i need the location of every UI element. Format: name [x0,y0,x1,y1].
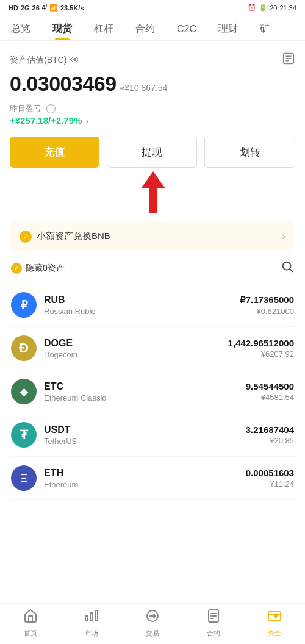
bottom-nav-assets-label: 资金 [268,629,281,638]
btc-value: 0.03003469 [10,72,117,96]
bottom-nav-market[interactable]: 市场 [61,604,122,644]
recharge-button[interactable]: 充值 [10,137,99,168]
usdt-coin-info: USDT TetherUS [44,424,246,446]
time-display: 21:34 [279,4,296,12]
rub-amount: ₽7.17365000 [240,295,294,306]
bottom-nav-home[interactable]: 首页 [0,604,61,644]
alarm-icon: ⏰ [248,4,256,12]
pnl-row: 昨日盈亏 i [10,103,295,114]
speed-indicator: 23.5K/s [60,4,84,12]
bottom-nav-trade[interactable]: 交易 [122,604,183,644]
rub-symbol: RUB [44,295,240,306]
svg-rect-8 [90,613,93,621]
eye-icon[interactable]: 👁 [70,55,80,66]
tab-finance[interactable]: 理财 [207,18,249,40]
etc-name: Ethereum Classic [44,393,246,402]
tab-contract[interactable]: 合约 [124,18,166,40]
bnb-banner-arrow: › [282,230,285,243]
doge-name: Dogecoin [44,350,228,359]
assets-icon [267,609,282,627]
hd-indicator: HD [9,4,18,12]
tab-leverage[interactable]: 杠杆 [83,18,124,40]
bottom-nav-market-label: 市场 [85,629,98,638]
svg-line-6 [290,269,292,271]
trade-icon [145,609,160,627]
bottom-nav-home-label: 首页 [24,629,37,638]
market-icon [84,609,99,627]
home-icon [23,609,38,627]
assets-list-header: ✓ 隐藏0资产 [10,260,295,276]
bottom-nav-contract[interactable]: 合约 [183,604,244,644]
doge-coin-icon: Ð [11,335,37,361]
asset-item-etc[interactable]: ◆ ETC Ethereum Classic 9.54544500 ¥4581.… [10,370,295,413]
bnb-check-icon: ✓ [20,231,32,243]
info-icon[interactable]: i [46,104,56,113]
tab-c2c[interactable]: C2C [166,19,207,40]
asset-item-usdt[interactable]: ₮ USDT TetherUS 3.21687404 ¥20.85 [10,413,295,457]
contract-icon [206,609,221,627]
svg-marker-4 [141,171,165,213]
nav-tabs: 总览 现货 杠杆 合约 C2C 理财 矿 [0,15,305,41]
hide-zero-label: 隐藏0资产 [26,263,65,274]
doge-cny: ¥6207.92 [228,349,294,359]
doge-values: 1,442.96512000 ¥6207.92 [228,338,294,359]
main-content: 资产估值(BTC) 👁 0.03003469 ≈¥10,867.54 昨日盈亏 … [0,41,305,549]
usdt-values: 3.21687404 ¥20.85 [246,424,294,445]
bottom-nav-contract-label: 合约 [207,629,220,638]
signal-strength: 26 [32,4,40,12]
etc-amount: 9.54544500 [246,381,294,392]
etc-values: 9.54544500 ¥4581.54 [246,381,294,402]
bnb-banner[interactable]: ✓ 小额资产兑换BNB › [10,221,295,251]
asset-label-text: 资产估值(BTC) [10,55,66,66]
eth-coin-icon: Ξ [11,465,37,491]
eth-name: Ethereum [44,480,246,489]
btc-value-row: 0.03003469 ≈¥10,867.54 [10,72,295,97]
status-right: ⏰ 🔋 20 21:34 [248,4,296,12]
asset-item-rub[interactable]: ₽ RUB Russian Ruble ₽7.17365000 ¥0.62100… [10,284,295,327]
eth-values: 0.00051603 ¥11.24 [246,468,294,488]
doge-symbol: DOGE [44,338,228,349]
transfer-button[interactable]: 划转 [204,137,295,168]
svg-rect-7 [85,616,88,621]
cny-approx: ≈¥10,867.54 [120,83,168,93]
etc-coin-icon: ◆ [11,379,37,404]
asset-item-eth[interactable]: Ξ ETH Ethereum 0.00051603 ¥11.24 [10,457,295,500]
rub-coin-info: RUB Russian Ruble [44,295,240,316]
etc-symbol: ETC [44,381,246,392]
pnl-value: +¥257.18/+2.79% [10,115,82,126]
hide-zero-check-icon: ✓ [11,263,22,274]
tab-spot[interactable]: 现货 [41,18,83,40]
pnl-arrow: › [85,116,88,126]
status-left: HD 2G 26 4ˡ 📶 23.5K/s [9,4,84,12]
battery-icon: 🔋 [259,4,267,12]
wifi-icon: 📶 [49,4,58,12]
signal-2g: 2G [21,4,30,12]
usdt-amount: 3.21687404 [246,424,294,435]
bottom-nav-trade-label: 交易 [146,629,159,638]
bnb-banner-text: 小额资产兑换BNB [37,231,110,242]
eth-amount: 0.00051603 [246,468,294,478]
signal-4g: 4ˡ [42,4,47,12]
receipt-icon[interactable] [282,52,295,68]
usdt-name: TetherUS [44,437,246,446]
usdt-symbol: USDT [44,424,246,435]
withdraw-button[interactable]: 提现 [107,137,198,168]
asset-item-doge[interactable]: Ð DOGE Dogecoin 1,442.96512000 ¥6207.92 [10,327,295,370]
hide-zero-toggle[interactable]: ✓ 隐藏0资产 [11,263,65,274]
arrow-up-indicator [138,171,168,215]
red-up-arrow-svg [138,171,168,213]
rub-coin-icon: ₽ [11,292,37,318]
eth-cny: ¥11.24 [246,479,294,488]
usdt-coin-icon: ₮ [11,422,37,448]
pnl-value-row: +¥257.18/+2.79% › [10,115,295,126]
search-icon[interactable] [281,260,294,276]
bnb-banner-left: ✓ 小额资产兑换BNB [20,231,110,243]
rub-cny: ¥0.621000 [240,307,294,316]
usdt-cny: ¥20.85 [246,436,294,445]
tab-overview[interactable]: 总览 [0,18,41,40]
tab-mine[interactable]: 矿 [249,18,281,40]
doge-amount: 1,442.96512000 [228,338,294,348]
bottom-nav-assets[interactable]: 资金 [244,604,305,644]
bottom-nav: 首页 市场 交易 合约 [0,603,305,644]
pnl-label: 昨日盈亏 [10,103,41,114]
